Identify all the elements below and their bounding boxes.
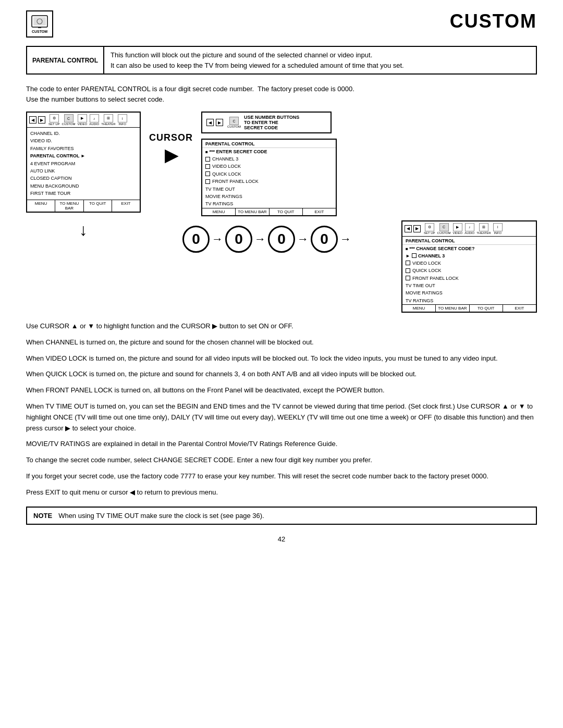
r2-info-btn: i (493, 223, 503, 231)
checkbox-front-panel-lock (205, 179, 210, 184)
seq-arrow-4: → (340, 232, 351, 246)
menu-item-video-id: VIDEO ID. (30, 137, 137, 144)
right-menu-2-selected: ► CHANNEL 3 (402, 252, 536, 260)
r2-setup-icon: ⚙ SET UP (424, 223, 435, 235)
parental-intro-text: This function will block out the picture… (104, 47, 410, 73)
r2-bottom-to-menu-bar: TO MENU BAR (436, 305, 469, 312)
para-tv-timeout: When TV TIME OUT is turned on, you can s… (26, 401, 537, 434)
theater-icon-group: ⊞ THEATER (101, 114, 116, 126)
page-title: CUSTOM (450, 10, 537, 32)
right-top-text: USE NUMBER BUTTONS TO ENTER THE SECRET C… (244, 115, 299, 130)
logo-label: CUSTOM (32, 30, 47, 33)
audio-icon-group: ♪ AUDIO (89, 114, 99, 126)
right-nav-right: ▶ (216, 119, 223, 126)
r2-nav-left: ◀ (405, 225, 412, 232)
r1-bottom-to-menu-bar: TO MENU BAR (236, 208, 269, 215)
left-menu-screen: ◀ ▶ ⚙ SET UP C CUSTOM ▶ VIDEO ♪ AUDIO (26, 112, 141, 213)
r2-bottom-exit: EXIT (503, 305, 536, 312)
custom-icon: C (64, 114, 74, 122)
arrow-down-icon: ↓ (79, 220, 88, 240)
r1-bottom-menu: MENU (202, 208, 236, 215)
seq-arrow-3: → (297, 232, 309, 246)
intro-paragraph: The code to enter PARENTAL CONTROL is a … (26, 84, 537, 104)
video-icon: ▶ (78, 114, 87, 122)
left-menu-bottom-bar: MENU TO MENU BAR TO QUIT EXIT (27, 200, 140, 212)
body-paragraphs: Use CURSOR ▲ or ▼ to highlight function … (26, 321, 537, 498)
bottom-left-col: ↓ (26, 220, 141, 242)
right-top-info-content: ◀ ▶ C CUSTOM USE NUMBER BUTTONS TO ENTER… (206, 115, 326, 130)
r2-nav-icons: ◀ ▶ (405, 225, 422, 232)
left-diagram-col: ◀ ▶ ⚙ SET UP C CUSTOM ▶ VIDEO ♪ AUDIO (26, 112, 141, 213)
zero-4: 0 (311, 226, 338, 253)
menu-item-closed-caption: CLOSED CAPTION (30, 175, 137, 182)
info-icon: i (118, 114, 127, 122)
nav-right-icon: ▶ (38, 116, 45, 124)
r2-bottom-menu: MENU (402, 305, 436, 312)
r2-checkbox-quick (406, 268, 410, 273)
right-menu-2-movie-ratings: MOVIE RATINGS (402, 289, 536, 297)
right-custom-btn: C (229, 117, 239, 125)
r2-video-btn: ▶ (453, 223, 462, 231)
right-top-info: ◀ ▶ C CUSTOM USE NUMBER BUTTONS TO ENTER… (201, 112, 332, 133)
right-custom-icon: C CUSTOM (227, 117, 241, 128)
left-menu-top-bar: ◀ ▶ ⚙ SET UP C CUSTOM ▶ VIDEO ♪ AUDIO (27, 113, 140, 128)
right-menu-2-tv-ratings: TV RATINGS (402, 297, 536, 304)
bottom-btn-to-menu-bar: TO MENU BAR (55, 200, 83, 212)
right-menu-2-video-lock: VIDEO LOCK (402, 260, 536, 267)
zero-sequence-area: 0 → 0 → 0 → 0 → (141, 220, 393, 258)
bottom-diagram-row: ↓ 0 → 0 → 0 → 0 → ◀ ▶ ⚙ SET UP (26, 220, 537, 313)
right-menu-1-channel3: CHANNEL 3 (202, 155, 336, 163)
note-label: NOTE (33, 512, 52, 520)
checkbox-video-lock (205, 164, 210, 169)
main-diagram: ◀ ▶ ⚙ SET UP C CUSTOM ▶ VIDEO ♪ AUDIO (26, 112, 537, 216)
menu-item-first-time: FIRST TIME TOUR (30, 190, 137, 197)
right-menu-1-heading: PARENTAL CONTROL (202, 140, 336, 148)
parental-intro-box: PARENTAL CONTROL This function will bloc… (26, 46, 537, 75)
parental-intro-label: PARENTAL CONTROL (27, 47, 104, 73)
right-menu-2-heading: PARENTAL CONTROL (402, 237, 536, 245)
right-menu-2-top-bar: ◀ ▶ ⚙ SET UP C CUSTOM ▶ VIDEO ♪ AUDIO (402, 221, 536, 237)
bottom-btn-exit: EXIT (112, 200, 140, 212)
menu-item-4event: 4 EVENT PROGRAM (30, 160, 137, 167)
r2-audio-btn: ♪ (465, 223, 474, 231)
page-header: CUSTOM CUSTOM (26, 10, 537, 38)
right-menu-2-front-panel: FRONT PANEL LOCK (402, 275, 536, 282)
r2-video-icon: ▶ VIDEO (452, 223, 462, 235)
menu-item-auto-link: AUTO LINK (30, 167, 137, 175)
zero-3: 0 (268, 226, 295, 253)
zero-sequence: 0 → 0 → 0 → 0 → (182, 226, 352, 253)
r2-checkbox-video (406, 261, 410, 265)
para-change-code: To change the secret code number, select… (26, 455, 537, 466)
para-forget-code: If you forget your secret code, use the … (26, 471, 537, 482)
right-menu-1-tv-ratings: TV RATINGS (202, 200, 336, 207)
bottom-btn-menu: MENU (27, 200, 55, 212)
para-video-lock: When VIDEO LOCK is turned on, the pictur… (26, 353, 537, 364)
video-icon-group: ▶ VIDEO (77, 114, 87, 126)
r2-audio-icon: ♪ AUDIO (464, 223, 474, 235)
zero-1: 0 (182, 226, 210, 253)
right-menu-screen-2: ◀ ▶ ⚙ SET UP C CUSTOM ▶ VIDEO ♪ AUDIO (401, 220, 537, 313)
cursor-arrow-icon: ▶ (165, 145, 178, 165)
custom-icon-group: C CUSTOM (62, 114, 76, 126)
right-menu-1-subheading: ■ *** ENTER SECRET CODE (202, 148, 336, 155)
nav-left-icon: ◀ (29, 116, 36, 124)
page-number: 42 (26, 535, 537, 543)
right-nav-left: ◀ (206, 119, 214, 126)
cursor-section: CURSOR ▶ (149, 112, 193, 165)
menu-item-family-fav: FAMILY FAVORITES (30, 145, 137, 152)
para-channel: When CHANNEL is turned on, the picture a… (26, 337, 537, 348)
checkbox-quick-lock (205, 171, 210, 176)
r2-info-icon: i INFO (493, 223, 503, 235)
left-menu-body: CHANNEL ID. VIDEO ID. FAMILY FAVORITES P… (27, 128, 140, 200)
right-menu-1-quick-lock: QUICK LOCK (202, 170, 336, 178)
right-menu-screen-2-wrapper: ◀ ▶ ⚙ SET UP C CUSTOM ▶ VIDEO ♪ AUDIO (401, 220, 537, 313)
right-menu-screen-1: PARENTAL CONTROL ■ *** ENTER SECRET CODE… (201, 139, 337, 216)
setup-icon: ⚙ (50, 114, 59, 122)
bottom-btn-to-quit: TO QUIT (84, 200, 112, 212)
menu-item-menu-bg: MENU BACKGROUND (30, 182, 137, 190)
note-text: When using TV TIME OUT make sure the clo… (58, 512, 264, 520)
r2-custom-btn: C (439, 223, 449, 231)
theater-icon: ⊞ (104, 114, 113, 122)
right-menu-1-front-panel-lock: FRONT PANEL LOCK (202, 178, 336, 185)
cursor-label: CURSOR (149, 132, 193, 143)
